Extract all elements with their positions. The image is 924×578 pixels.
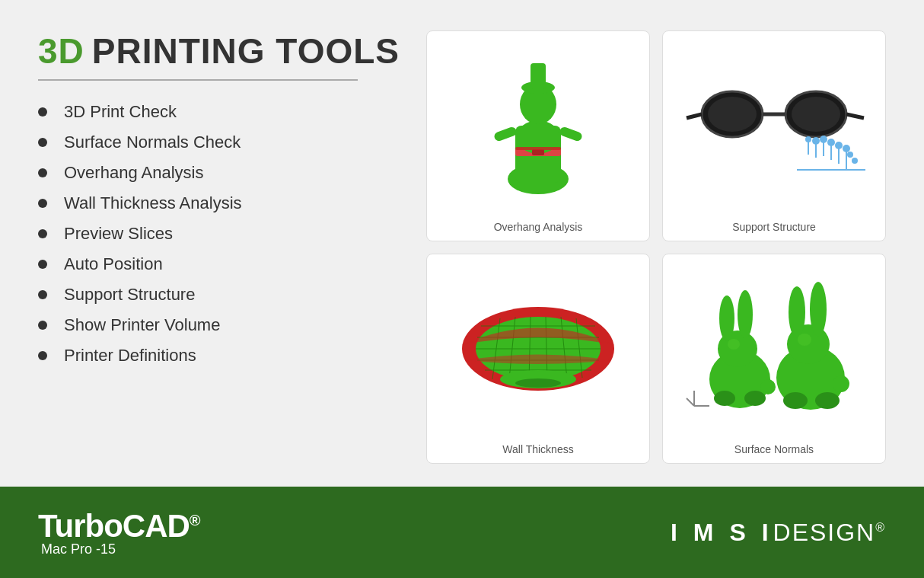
overhang-svg: [477, 49, 599, 202]
bullet-icon: [38, 351, 47, 360]
svg-point-54: [744, 391, 766, 406]
bullet-icon: [38, 321, 47, 330]
title-rest: PRINTING TOOLS: [92, 30, 400, 72]
list-item: Preview Slices: [38, 224, 403, 244]
svg-point-22: [847, 152, 853, 158]
svg-point-61: [783, 392, 808, 409]
title-line: 3D PRINTING TOOLS: [38, 30, 403, 72]
svg-point-50: [719, 295, 734, 341]
bullet-icon: [38, 260, 47, 269]
feature-label: Surface Normals Check: [64, 133, 241, 152]
svg-line-16: [687, 114, 702, 118]
svg-point-23: [852, 158, 858, 164]
turbocad-brand: TurboCAD® Mac Pro -15: [38, 508, 200, 557]
feature-label: Preview Slices: [64, 224, 173, 244]
feature-label: Wall Thickness Analysis: [64, 193, 242, 213]
support-svg: [683, 72, 865, 179]
svg-point-51: [738, 290, 753, 339]
svg-point-47: [515, 378, 561, 388]
normals-svg: [683, 280, 865, 417]
turbocad-reg: ®: [190, 512, 200, 529]
svg-rect-7: [493, 126, 518, 142]
list-item: 3D Print Check: [38, 102, 403, 122]
svg-point-53: [714, 391, 735, 406]
turbocad-sub: Mac Pro -15: [41, 541, 200, 557]
bullet-icon: [38, 138, 47, 147]
list-item: Wall Thickness Analysis: [38, 193, 403, 213]
support-card: Support Structure: [662, 30, 886, 241]
svg-point-58: [789, 286, 805, 338]
wall-label: Wall Thickness: [502, 443, 573, 455]
imsi-text: I M S I: [671, 519, 773, 547]
overhang-label: Overhang Analysis: [494, 221, 583, 233]
bullet-icon: [38, 107, 47, 117]
bullet-icon: [38, 290, 47, 299]
svg-point-62: [815, 392, 840, 409]
turbocad-name: TurboCAD: [38, 508, 190, 544]
support-image: [669, 37, 879, 215]
svg-point-55: [728, 339, 740, 350]
svg-point-14: [792, 97, 840, 132]
svg-point-63: [798, 334, 811, 346]
feature-label: Overhang Analysis: [64, 163, 203, 183]
list-item: Printer Definitions: [38, 346, 403, 366]
footer: TurboCAD® Mac Pro -15 I M S I DESIGN®: [0, 487, 924, 578]
bullet-icon: [38, 199, 47, 208]
normals-card: Surface Normals: [662, 254, 886, 465]
svg-line-17: [846, 114, 864, 118]
svg-rect-6: [531, 63, 546, 89]
right-panel: Overhang Analysis: [426, 30, 886, 464]
bullet-icon: [38, 229, 47, 238]
list-item: Support Structure: [38, 285, 403, 305]
overhang-card: Overhang Analysis: [426, 30, 650, 241]
svg-point-52: [760, 379, 776, 394]
turbocad-logo: TurboCAD®: [38, 508, 200, 544]
normals-label: Surface Normals: [734, 443, 814, 455]
svg-line-66: [687, 398, 694, 406]
support-label: Support Structure: [732, 221, 816, 233]
feature-label: Printer Definitions: [64, 346, 196, 366]
title-block: 3D PRINTING TOOLS: [38, 30, 403, 81]
svg-point-60: [833, 375, 849, 392]
list-item: Auto Position: [38, 254, 403, 274]
feature-label: Support Structure: [64, 285, 195, 305]
imsi-design: DESIGN®: [773, 519, 886, 547]
list-item: Show Printer Volume: [38, 315, 403, 335]
wall-card: Wall Thickness: [426, 254, 650, 465]
title-divider: [38, 79, 358, 81]
overhang-image: [433, 37, 643, 215]
imsi-brand: I M S I DESIGN®: [671, 519, 886, 547]
left-panel: 3D PRINTING TOOLS 3D Print Check Surface…: [38, 30, 403, 464]
features-list: 3D Print Check Surface Normals Check Ove…: [38, 102, 403, 366]
svg-rect-8: [559, 126, 583, 142]
main-content: 3D PRINTING TOOLS 3D Print Check Surface…: [0, 0, 924, 487]
list-item: Surface Normals Check: [38, 133, 403, 152]
svg-rect-9: [532, 149, 544, 155]
feature-label: 3D Print Check: [64, 102, 177, 122]
bullet-icon: [38, 168, 47, 177]
list-item: Overhang Analysis: [38, 163, 403, 183]
wall-svg: [447, 280, 629, 417]
imsi-design-reg: ®: [875, 521, 886, 534]
svg-rect-10: [515, 147, 561, 150]
svg-point-59: [810, 282, 827, 337]
feature-label: Auto Position: [64, 254, 163, 274]
feature-label: Show Printer Volume: [64, 315, 220, 335]
svg-point-12: [708, 97, 757, 132]
wall-image: [433, 260, 643, 438]
title-3d: 3D: [38, 30, 84, 72]
normals-image: [669, 260, 879, 438]
